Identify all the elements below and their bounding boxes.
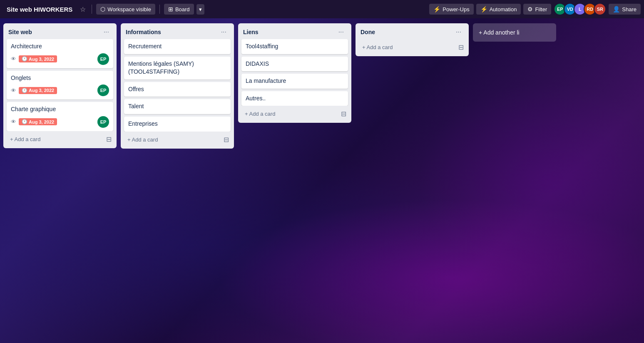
card-avatar-charte-graphique[interactable]: EP bbox=[97, 116, 109, 128]
card-didaxis[interactable]: DIDAXIS bbox=[241, 57, 348, 72]
card-meta-architecture: 👁🕐Aug 3, 2022EP bbox=[11, 53, 109, 65]
add-card-button-informations[interactable]: + Add a card bbox=[124, 134, 222, 145]
list-footer-informations: + Add a card⊟ bbox=[121, 132, 234, 149]
list-footer-row-informations: + Add a card⊟ bbox=[124, 134, 231, 145]
template-button-done[interactable]: ⊟ bbox=[457, 42, 465, 53]
card-title-charte-graphique: Charte graphique bbox=[11, 105, 109, 114]
add-card-button-liens[interactable]: + Add a card bbox=[241, 108, 339, 119]
chevron-down-icon: ▾ bbox=[199, 6, 202, 12]
filter-button[interactable]: ⚙ Filter bbox=[523, 4, 551, 15]
add-card-button-site-web[interactable]: + Add a card bbox=[7, 134, 104, 145]
list-footer-site-web: + Add a card⊟ bbox=[3, 131, 117, 148]
share-icon: 👤 bbox=[613, 6, 620, 12]
card-architecture[interactable]: Architecture👁🕐Aug 3, 2022EP bbox=[7, 39, 113, 68]
list-menu-button-informations[interactable]: ··· bbox=[219, 27, 229, 37]
template-icon: ⊟ bbox=[341, 110, 346, 117]
board-dropdown-button[interactable]: ▾ bbox=[196, 4, 204, 15]
cards-container-site-web: Architecture👁🕐Aug 3, 2022EPOnglets👁🕐Aug … bbox=[3, 39, 117, 131]
card-autres[interactable]: Autres.. bbox=[241, 91, 348, 106]
card-tool4staffing[interactable]: Tool4staffing bbox=[241, 39, 348, 54]
eye-icon: 👁 bbox=[11, 56, 16, 62]
card-date-architecture[interactable]: 🕐Aug 3, 2022 bbox=[19, 55, 57, 62]
power-ups-icon: ⚡ bbox=[433, 6, 440, 12]
card-la-manufacture[interactable]: La manufacture bbox=[241, 74, 348, 89]
card-onglets[interactable]: Onglets👁🕐Aug 3, 2022EP bbox=[7, 71, 113, 100]
workspace-label: Workspace visible bbox=[107, 6, 151, 12]
workspace-visible-button[interactable]: ⬡ Workspace visible bbox=[96, 4, 155, 15]
list-title-done: Done bbox=[361, 29, 453, 35]
board-label: Board bbox=[175, 6, 190, 12]
template-button-liens[interactable]: ⊟ bbox=[339, 108, 348, 119]
eye-icon: 👁 bbox=[11, 119, 16, 125]
card-title-autres: Autres.. bbox=[246, 94, 344, 103]
add-list-button[interactable]: + Add another li bbox=[473, 23, 556, 42]
list-title-liens: Liens bbox=[243, 29, 336, 35]
navbar-right: ⚡ Power-Ups ⚡ Automation ⚙ Filter EPVDLR… bbox=[429, 3, 641, 15]
template-button-informations[interactable]: ⊟ bbox=[222, 134, 231, 145]
list-title-informations: Informations bbox=[126, 29, 219, 35]
card-avatar-onglets[interactable]: EP bbox=[97, 85, 109, 96]
list-title-site-web: Site web bbox=[8, 29, 101, 35]
card-title-recrutement: Recrutement bbox=[128, 42, 226, 51]
card-talent[interactable]: Talent bbox=[124, 99, 231, 114]
card-date-charte-graphique[interactable]: 🕐Aug 3, 2022 bbox=[19, 118, 57, 125]
card-title-architecture: Architecture bbox=[11, 42, 109, 51]
filter-label: Filter bbox=[535, 6, 547, 12]
automation-button[interactable]: ⚡ Automation bbox=[476, 4, 521, 15]
date-text: Aug 3, 2022 bbox=[29, 88, 54, 93]
avatar-group: EPVDLRDSR bbox=[554, 3, 606, 15]
list-footer-done: + Add a card⊟ bbox=[356, 39, 469, 56]
star-icon[interactable]: ☆ bbox=[78, 4, 87, 15]
list-menu-button-done[interactable]: ··· bbox=[453, 27, 464, 37]
card-title-onglets: Onglets bbox=[11, 74, 109, 82]
list-footer-row-site-web: + Add a card⊟ bbox=[7, 134, 113, 145]
card-offres[interactable]: Offres bbox=[124, 82, 231, 97]
share-label: Share bbox=[622, 6, 637, 12]
template-button-site-web[interactable]: ⊟ bbox=[104, 134, 113, 145]
board-icon: ⊞ bbox=[168, 6, 173, 12]
template-icon: ⊟ bbox=[224, 136, 229, 143]
card-date-onglets[interactable]: 🕐Aug 3, 2022 bbox=[19, 87, 57, 94]
list-informations: Informations···RecrutementMentions légal… bbox=[121, 23, 234, 149]
avatar-sr[interactable]: SR bbox=[594, 3, 606, 15]
list-footer-row-done: + Add a card⊟ bbox=[359, 42, 465, 53]
template-icon: ⊟ bbox=[458, 44, 464, 51]
card-entreprises[interactable]: Entreprises bbox=[124, 117, 231, 132]
list-menu-button-site-web[interactable]: ··· bbox=[101, 27, 112, 37]
list-footer-row-liens: + Add a card⊟ bbox=[241, 108, 348, 119]
card-meta-onglets: 👁🕐Aug 3, 2022EP bbox=[11, 85, 109, 96]
board-view-button[interactable]: ⊞ Board bbox=[164, 4, 194, 15]
add-card-button-done[interactable]: + Add a card bbox=[359, 42, 457, 53]
list-done: Done···+ Add a card⊟ bbox=[356, 23, 469, 56]
list-footer-liens: + Add a card⊟ bbox=[238, 106, 351, 123]
date-text: Aug 3, 2022 bbox=[29, 57, 54, 62]
card-charte-graphique[interactable]: Charte graphique👁🕐Aug 3, 2022EP bbox=[7, 102, 113, 131]
workspace-icon: ⬡ bbox=[100, 6, 105, 12]
automation-label: Automation bbox=[490, 6, 517, 12]
card-title-entreprises: Entreprises bbox=[128, 120, 226, 128]
board-canvas: Site web···Architecture👁🕐Aug 3, 2022EPOn… bbox=[0, 18, 644, 343]
power-ups-button[interactable]: ⚡ Power-Ups bbox=[429, 4, 473, 15]
card-meta-left-charte-graphique: 👁🕐Aug 3, 2022 bbox=[11, 118, 57, 125]
share-button[interactable]: 👤 Share bbox=[609, 4, 641, 15]
card-title-mentions-legales: Mentions légales (SAMY) (TOOL4STAFFING) bbox=[128, 60, 226, 76]
nav-divider bbox=[92, 5, 92, 14]
filter-icon: ⚙ bbox=[527, 6, 533, 12]
eye-icon: 👁 bbox=[11, 87, 16, 94]
clock-icon: 🕐 bbox=[22, 56, 27, 62]
list-header-site-web: Site web··· bbox=[3, 23, 117, 39]
list-menu-button-liens[interactable]: ··· bbox=[336, 27, 346, 37]
cards-container-liens: Tool4staffingDIDAXISLa manufactureAutres… bbox=[238, 39, 351, 106]
card-recrutement[interactable]: Recrutement bbox=[124, 39, 231, 54]
board-title: Site web HIWORKERS bbox=[3, 6, 76, 13]
list-header-liens: Liens··· bbox=[238, 23, 351, 39]
date-text: Aug 3, 2022 bbox=[29, 119, 54, 124]
list-header-informations: Informations··· bbox=[121, 23, 234, 39]
card-mentions-legales[interactable]: Mentions légales (SAMY) (TOOL4STAFFING) bbox=[124, 57, 231, 80]
card-avatar-architecture[interactable]: EP bbox=[97, 53, 109, 65]
clock-icon: 🕐 bbox=[22, 88, 27, 93]
navbar: Site web HIWORKERS ☆ ⬡ Workspace visible… bbox=[0, 0, 644, 18]
card-meta-left-onglets: 👁🕐Aug 3, 2022 bbox=[11, 87, 57, 94]
list-site-web: Site web···Architecture👁🕐Aug 3, 2022EPOn… bbox=[3, 23, 117, 148]
card-meta-left-architecture: 👁🕐Aug 3, 2022 bbox=[11, 55, 57, 62]
